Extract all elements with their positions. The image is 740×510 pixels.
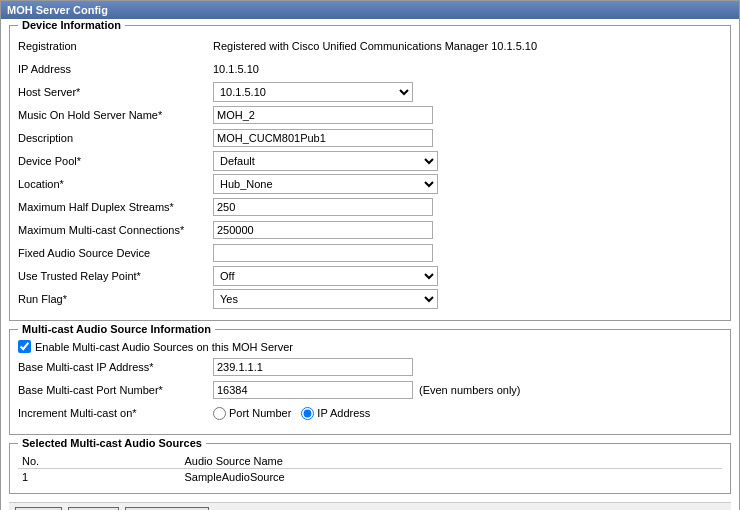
max-multicast-label: Maximum Multi-cast Connections* xyxy=(18,224,213,236)
title-bar: MOH Server Config xyxy=(1,1,739,19)
ip-address-radio-text: IP Address xyxy=(317,407,370,419)
description-row: Description xyxy=(18,128,722,148)
col-name-header: Audio Source Name xyxy=(180,454,722,469)
registration-row: Registration Registered with Cisco Unifi… xyxy=(18,36,722,56)
port-number-radio-label[interactable]: Port Number xyxy=(213,407,291,420)
location-label: Location* xyxy=(18,178,213,190)
window-title: MOH Server Config xyxy=(7,4,108,16)
increment-label: Increment Multi-cast on* xyxy=(18,407,213,419)
max-half-duplex-input[interactable] xyxy=(213,198,433,216)
ip-address-row: IP Address 10.1.5.10 xyxy=(18,59,722,79)
device-pool-label: Device Pool* xyxy=(18,155,213,167)
description-label: Description xyxy=(18,132,213,144)
max-multicast-row: Maximum Multi-cast Connections* xyxy=(18,220,722,240)
host-server-row: Host Server* 10.1.5.10 xyxy=(18,82,722,102)
enable-multicast-label[interactable]: Enable Multi-cast Audio Sources on this … xyxy=(35,341,293,353)
enable-multicast-checkbox[interactable] xyxy=(18,340,31,353)
row-no: 1 xyxy=(18,469,180,486)
base-port-label: Base Multi-cast Port Number* xyxy=(18,384,213,396)
selected-sources-section: Selected Multi-cast Audio Sources No. Au… xyxy=(9,443,731,494)
ip-address-radio-label[interactable]: IP Address xyxy=(301,407,370,420)
moh-server-name-row: Music On Hold Server Name* xyxy=(18,105,722,125)
multicast-audio-title: Multi-cast Audio Source Information xyxy=(18,323,215,335)
increment-row: Increment Multi-cast on* Port Number IP … xyxy=(18,403,722,423)
device-information-content: Registration Registered with Cisco Unifi… xyxy=(18,36,722,309)
location-select[interactable]: Hub_None xyxy=(213,174,438,194)
table-row: 1SampleAudioSource xyxy=(18,469,722,486)
port-number-radio[interactable] xyxy=(213,407,226,420)
max-half-duplex-row: Maximum Half Duplex Streams* xyxy=(18,197,722,217)
base-ip-row: Base Multi-cast IP Address* xyxy=(18,357,722,377)
registration-value: Registered with Cisco Unified Communicat… xyxy=(213,40,537,52)
moh-server-name-label: Music On Hold Server Name* xyxy=(18,109,213,121)
trusted-relay-label: Use Trusted Relay Point* xyxy=(18,270,213,282)
main-window: MOH Server Config Device Information Reg… xyxy=(0,0,740,510)
host-server-label: Host Server* xyxy=(18,86,213,98)
run-flag-select[interactable]: Yes No xyxy=(213,289,438,309)
base-port-row: Base Multi-cast Port Number* (Even numbe… xyxy=(18,380,722,400)
max-multicast-input[interactable] xyxy=(213,221,433,239)
moh-server-name-input[interactable] xyxy=(213,106,433,124)
host-server-container: 10.1.5.10 xyxy=(213,82,413,102)
host-server-select[interactable]: 10.1.5.10 xyxy=(213,82,413,102)
even-numbers-note: (Even numbers only) xyxy=(419,384,521,396)
run-flag-label: Run Flag* xyxy=(18,293,213,305)
button-bar: Save Reset Apply Config xyxy=(9,502,731,510)
location-row: Location* Hub_None xyxy=(18,174,722,194)
run-flag-row: Run Flag* Yes No xyxy=(18,289,722,309)
enable-multicast-row: Enable Multi-cast Audio Sources on this … xyxy=(18,340,722,353)
content-area: Device Information Registration Register… xyxy=(1,19,739,510)
multicast-audio-section: Multi-cast Audio Source Information Enab… xyxy=(9,329,731,435)
device-pool-select[interactable]: Default xyxy=(213,151,438,171)
trusted-relay-row: Use Trusted Relay Point* Off On xyxy=(18,266,722,286)
device-information-title: Device Information xyxy=(18,19,125,31)
description-input[interactable] xyxy=(213,129,433,147)
col-no-header: No. xyxy=(18,454,180,469)
max-half-duplex-label: Maximum Half Duplex Streams* xyxy=(18,201,213,213)
selected-sources-content: No. Audio Source Name 1SampleAudioSource xyxy=(18,454,722,485)
row-name: SampleAudioSource xyxy=(180,469,722,486)
sources-table: No. Audio Source Name 1SampleAudioSource xyxy=(18,454,722,485)
registration-label: Registration xyxy=(18,40,213,52)
increment-radio-group: Port Number IP Address xyxy=(213,407,370,420)
base-ip-input[interactable] xyxy=(213,358,413,376)
base-port-input[interactable] xyxy=(213,381,413,399)
device-information-section: Device Information Registration Register… xyxy=(9,25,731,321)
ip-address-label: IP Address xyxy=(18,63,213,75)
port-number-radio-text: Port Number xyxy=(229,407,291,419)
sources-table-body: 1SampleAudioSource xyxy=(18,469,722,486)
base-ip-label: Base Multi-cast IP Address* xyxy=(18,361,213,373)
fixed-audio-label: Fixed Audio Source Device xyxy=(18,247,213,259)
fixed-audio-input[interactable] xyxy=(213,244,433,262)
trusted-relay-select[interactable]: Off On xyxy=(213,266,438,286)
sources-table-header: No. Audio Source Name xyxy=(18,454,722,469)
device-pool-row: Device Pool* Default xyxy=(18,151,722,171)
ip-address-value: 10.1.5.10 xyxy=(213,63,259,75)
selected-sources-title: Selected Multi-cast Audio Sources xyxy=(18,437,206,449)
multicast-audio-content: Enable Multi-cast Audio Sources on this … xyxy=(18,340,722,423)
ip-address-radio[interactable] xyxy=(301,407,314,420)
fixed-audio-row: Fixed Audio Source Device xyxy=(18,243,722,263)
